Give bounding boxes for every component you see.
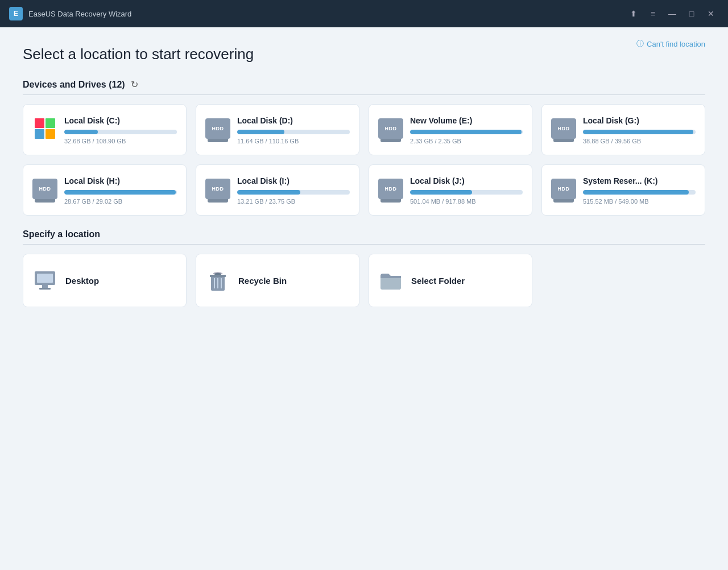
drive-name: Local Disk (C:) xyxy=(64,116,177,125)
drive-icon-container: HDD xyxy=(32,176,57,201)
drive-card[interactable]: HDD Local Disk (H:) 28.67 GB / 29.02 GB xyxy=(23,164,187,216)
drive-icon-container: HDD xyxy=(551,116,576,141)
title-bar: E EaseUS Data Recovery Wizard ⬆ ≡ — □ ✕ xyxy=(0,0,728,27)
drive-info: New Volume (E:) 2.33 GB / 2.35 GB xyxy=(410,116,523,144)
refresh-icon[interactable]: ↻ xyxy=(131,79,138,90)
select-folder-icon xyxy=(378,268,403,293)
close-button[interactable]: ✕ xyxy=(703,6,719,22)
drive-progress-fill xyxy=(237,130,284,134)
drive-size: 28.67 GB / 29.02 GB xyxy=(64,198,177,205)
drive-card[interactable]: HDD Local Disk (J:) 501.04 MB / 917.88 M… xyxy=(369,164,532,216)
specify-section-header: Specify a location xyxy=(23,229,705,245)
hdd-drive-icon: HDD xyxy=(378,118,403,139)
svg-rect-3 xyxy=(39,288,51,290)
drive-name: Local Disk (G:) xyxy=(583,116,696,125)
location-icon-container xyxy=(32,268,57,293)
devices-section-header: Devices and Drives (12) ↻ xyxy=(23,79,705,95)
main-content: ⓘ Can't find location Select a location … xyxy=(0,27,728,570)
drive-name: Local Disk (I:) xyxy=(237,176,350,185)
location-card[interactable]: Recycle Bin xyxy=(196,254,359,307)
drive-progress-bar xyxy=(410,130,523,134)
specify-section: Specify a location Desktop xyxy=(23,229,705,307)
drive-size: 501.04 MB / 917.88 MB xyxy=(410,198,523,205)
drive-size: 38.88 GB / 39.56 GB xyxy=(583,138,696,144)
share-button[interactable]: ⬆ xyxy=(626,6,642,22)
drive-info: System Reser... (K:) 515.52 MB / 549.00 … xyxy=(583,176,696,205)
recycle-bin-icon xyxy=(205,268,230,293)
svg-rect-2 xyxy=(42,285,48,288)
drive-progress-fill xyxy=(410,130,522,134)
devices-section-title: Devices and Drives (12) xyxy=(23,80,125,90)
drive-progress-fill xyxy=(237,190,300,195)
location-name: Desktop xyxy=(65,276,99,286)
drive-card[interactable]: HDD New Volume (E:) 2.33 GB / 2.35 GB xyxy=(369,104,532,155)
drive-progress-bar xyxy=(583,190,696,195)
drive-progress-bar xyxy=(64,190,177,195)
drive-progress-bar xyxy=(64,130,177,134)
drive-progress-fill xyxy=(64,130,98,134)
drive-card-inner: HDD New Volume (E:) 2.33 GB / 2.35 GB xyxy=(378,116,523,144)
drive-card-inner: HDD Local Disk (I:) 13.21 GB / 23.75 GB xyxy=(205,176,350,205)
help-circle-icon: ⓘ xyxy=(636,39,644,49)
hdd-drive-icon: HDD xyxy=(551,118,576,139)
location-card[interactable]: Desktop xyxy=(23,254,187,307)
drive-name: Local Disk (H:) xyxy=(64,176,177,185)
drive-name: New Volume (E:) xyxy=(410,116,523,125)
drive-info: Local Disk (J:) 501.04 MB / 917.88 MB xyxy=(410,176,523,205)
drive-size: 13.21 GB / 23.75 GB xyxy=(237,198,350,205)
location-card[interactable]: Select Folder xyxy=(369,254,532,307)
drive-progress-bar xyxy=(410,190,523,195)
drive-info: Local Disk (G:) 38.88 GB / 39.56 GB xyxy=(583,116,696,144)
drive-info: Local Disk (D:) 11.64 GB / 110.16 GB xyxy=(237,116,350,144)
cant-find-label: Can't find location xyxy=(647,40,705,48)
window-controls: ⬆ ≡ — □ ✕ xyxy=(626,6,719,22)
drive-icon-container: HDD xyxy=(551,176,576,201)
location-name: Recycle Bin xyxy=(238,276,287,286)
app-icon: E xyxy=(9,7,23,20)
drive-card-inner: HDD System Reser... (K:) 515.52 MB / 549… xyxy=(551,176,696,205)
drive-card[interactable]: HDD Local Disk (D:) 11.64 GB / 110.16 GB xyxy=(196,104,359,155)
drive-info: Local Disk (C:) 32.68 GB / 108.90 GB xyxy=(64,116,177,144)
drive-progress-fill xyxy=(583,190,689,195)
cant-find-link[interactable]: ⓘ Can't find location xyxy=(636,39,705,49)
location-grid: Desktop Recycle Bin Select Folder xyxy=(23,254,705,307)
location-name: Select Folder xyxy=(411,276,465,286)
drive-card-inner: HDD Local Disk (G:) 38.88 GB / 39.56 GB xyxy=(551,116,696,144)
drive-name: System Reser... (K:) xyxy=(583,176,696,185)
app-title: EaseUS Data Recovery Wizard xyxy=(28,10,626,18)
windows-drive-icon xyxy=(35,118,55,139)
drive-icon-container xyxy=(32,116,57,141)
drive-icon-container: HDD xyxy=(378,116,403,141)
menu-button[interactable]: ≡ xyxy=(645,6,661,22)
drive-card-inner: HDD Local Disk (D:) 11.64 GB / 110.16 GB xyxy=(205,116,350,144)
drive-card[interactable]: HDD System Reser... (K:) 515.52 MB / 549… xyxy=(541,164,705,216)
drive-info: Local Disk (I:) 13.21 GB / 23.75 GB xyxy=(237,176,350,205)
location-icon-container xyxy=(205,268,230,293)
drive-card-inner: HDD Local Disk (H:) 28.67 GB / 29.02 GB xyxy=(32,176,177,205)
drive-icon-container: HDD xyxy=(378,176,403,201)
drive-card-inner: HDD Local Disk (J:) 501.04 MB / 917.88 M… xyxy=(378,176,523,205)
drive-progress-bar xyxy=(583,130,696,134)
drive-icon-container: HDD xyxy=(205,116,230,141)
drive-info: Local Disk (H:) 28.67 GB / 29.02 GB xyxy=(64,176,177,205)
drive-progress-fill xyxy=(64,190,176,195)
drives-grid: Local Disk (C:) 32.68 GB / 108.90 GB HDD… xyxy=(23,104,705,216)
svg-rect-1 xyxy=(37,274,53,283)
hdd-drive-icon: HDD xyxy=(205,118,230,139)
drive-size: 32.68 GB / 108.90 GB xyxy=(64,138,177,144)
drive-card[interactable]: HDD Local Disk (I:) 13.21 GB / 23.75 GB xyxy=(196,164,359,216)
drive-size: 11.64 GB / 110.16 GB xyxy=(237,138,350,144)
drive-name: Local Disk (J:) xyxy=(410,176,523,185)
drive-card-inner: Local Disk (C:) 32.68 GB / 108.90 GB xyxy=(32,116,177,144)
hdd-drive-icon: HDD xyxy=(32,179,57,199)
svg-rect-5 xyxy=(210,275,226,277)
drive-card[interactable]: Local Disk (C:) 32.68 GB / 108.90 GB xyxy=(23,104,187,155)
desktop-icon xyxy=(32,268,57,293)
specify-section-title: Specify a location xyxy=(23,229,100,239)
drive-size: 2.33 GB / 2.35 GB xyxy=(410,138,523,144)
drive-card[interactable]: HDD Local Disk (G:) 38.88 GB / 39.56 GB xyxy=(541,104,705,155)
hdd-drive-icon: HDD xyxy=(205,179,230,199)
maximize-button[interactable]: □ xyxy=(684,6,700,22)
drive-progress-fill xyxy=(583,130,693,134)
minimize-button[interactable]: — xyxy=(664,6,680,22)
